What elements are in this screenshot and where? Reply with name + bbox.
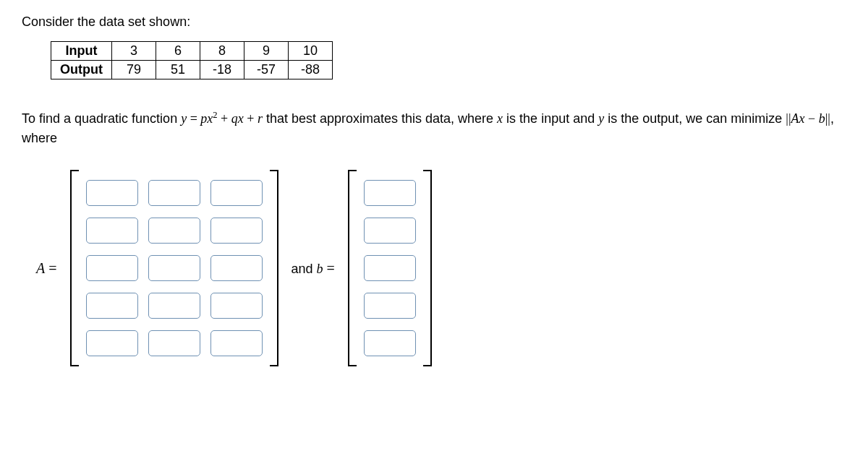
matrix-A-cell-input[interactable]: [210, 218, 263, 244]
A-label: A =: [36, 260, 57, 277]
table-row: Input 3 6 8 9 10: [51, 42, 333, 61]
matrix-A: [70, 170, 278, 366]
matrix-row: [86, 255, 263, 281]
matrix-row: [86, 218, 263, 244]
vector-b-cell-input[interactable]: [364, 293, 416, 319]
right-bracket-icon: [423, 170, 432, 366]
matrix-A-cell-input[interactable]: [210, 293, 263, 319]
vector-b: [348, 170, 432, 366]
matrix-row: [364, 293, 416, 319]
table-row: Output 79 51 -18 -57 -88: [51, 61, 333, 79]
table-cell: 6: [156, 42, 200, 61]
data-table: Input 3 6 8 9 10 Output 79 51 -18 -57 -8…: [51, 41, 333, 79]
right-bracket-icon: [270, 170, 278, 366]
matrix-A-cell-input[interactable]: [210, 330, 263, 356]
matrix-A-cell-input[interactable]: [148, 180, 200, 206]
matrix-A-cell-input[interactable]: [86, 255, 138, 281]
output-row-label: Output: [51, 61, 112, 79]
matrix-row: [364, 255, 416, 281]
matrix-equation-row: A = and b =: [36, 170, 846, 366]
table-cell: -18: [200, 61, 244, 79]
matrix-A-cell-input[interactable]: [148, 293, 200, 319]
matrix-A-cell-input[interactable]: [148, 255, 200, 281]
matrix-row: [86, 330, 263, 356]
matrix-A-cell-input[interactable]: [86, 218, 138, 244]
matrix-A-cell-input[interactable]: [210, 180, 263, 206]
matrix-row: [86, 293, 263, 319]
input-row-label: Input: [51, 42, 112, 61]
intro-text: Consider the data set shown:: [22, 14, 846, 30]
table-cell: -57: [244, 61, 288, 79]
table-cell: 10: [288, 42, 332, 61]
matrix-row: [86, 180, 263, 206]
left-bracket-icon: [70, 170, 79, 366]
matrix-row: [364, 218, 416, 244]
table-cell: -88: [288, 61, 332, 79]
table-cell: 9: [244, 42, 288, 61]
vector-b-cell-input[interactable]: [364, 180, 416, 206]
matrix-A-cell-input[interactable]: [86, 293, 138, 319]
matrix-A-cell-input[interactable]: [86, 330, 138, 356]
matrix-row: [364, 180, 416, 206]
vector-b-cell-input[interactable]: [364, 218, 416, 244]
vector-b-cell-input[interactable]: [364, 255, 416, 281]
left-bracket-icon: [348, 170, 357, 366]
and-label: and b =: [292, 260, 335, 277]
matrix-A-cell-input[interactable]: [210, 255, 263, 281]
matrix-A-cell-input[interactable]: [86, 180, 138, 206]
matrix-A-cell-input[interactable]: [148, 330, 200, 356]
table-cell: 79: [111, 61, 156, 79]
table-cell: 8: [200, 42, 244, 61]
explanation-text: To find a quadratic function y = px2 + q…: [22, 108, 846, 148]
table-cell: 51: [156, 61, 200, 79]
matrix-row: [364, 330, 416, 356]
vector-b-cell-input[interactable]: [364, 330, 416, 356]
matrix-A-cell-input[interactable]: [148, 218, 200, 244]
table-cell: 3: [111, 42, 156, 61]
